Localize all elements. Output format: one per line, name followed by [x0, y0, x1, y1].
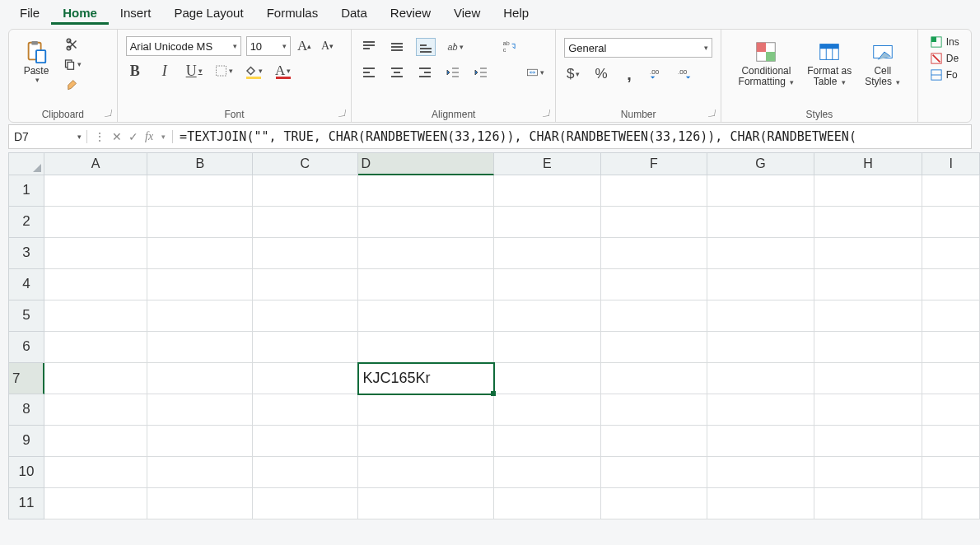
menu-page-layout[interactable]: Page Layout: [162, 2, 254, 25]
format-painter-button[interactable]: [63, 76, 82, 92]
cell-I2[interactable]: [922, 207, 980, 238]
cell-B10[interactable]: [147, 457, 253, 488]
cell-I11[interactable]: [922, 488, 980, 519]
cell-B1[interactable]: [147, 175, 253, 207]
italic-button[interactable]: I: [156, 63, 174, 79]
cell-D10[interactable]: [358, 457, 494, 488]
cell-D1[interactable]: [358, 175, 494, 207]
cell-B11[interactable]: [147, 488, 253, 519]
cell-D8[interactable]: [358, 394, 494, 426]
cell-styles-button[interactable]: CellStyles ▾: [860, 36, 905, 91]
delete-button-partial[interactable]: De: [930, 53, 963, 64]
cancel-icon[interactable]: ✕: [112, 130, 122, 143]
menu-file[interactable]: File: [8, 2, 51, 25]
cell-A2[interactable]: [44, 207, 148, 238]
font-name-select[interactable]: Arial Unicode MS▾: [126, 36, 241, 56]
underline-button[interactable]: U▾: [185, 63, 203, 79]
align-center-button[interactable]: [388, 64, 406, 81]
decrease-indent-button[interactable]: [444, 64, 462, 81]
cell-H5[interactable]: [814, 300, 923, 332]
cell-C6[interactable]: [253, 332, 358, 363]
cell-E4[interactable]: [494, 269, 601, 300]
cell-B2[interactable]: [147, 207, 253, 238]
cell-A7[interactable]: [44, 363, 148, 394]
row-header-3[interactable]: 3: [8, 238, 44, 269]
align-left-button[interactable]: [360, 64, 378, 81]
cell-B7[interactable]: [147, 363, 253, 394]
cell-F6[interactable]: [601, 332, 708, 363]
cell-I7[interactable]: [922, 363, 980, 394]
cell-F7[interactable]: [601, 363, 708, 394]
cell-G2[interactable]: [707, 207, 814, 238]
cell-A5[interactable]: [44, 300, 148, 332]
cell-E9[interactable]: [494, 426, 601, 457]
cell-B5[interactable]: [147, 300, 253, 332]
cell-H1[interactable]: [814, 175, 923, 207]
cell-A3[interactable]: [44, 238, 148, 269]
cell-G3[interactable]: [707, 238, 814, 269]
cell-G5[interactable]: [707, 300, 814, 332]
cell-F2[interactable]: [601, 207, 708, 238]
row-header-7[interactable]: 7: [8, 363, 44, 394]
fx-icon[interactable]: fx: [145, 130, 153, 143]
comma-button[interactable]: ,: [620, 66, 638, 82]
cell-G10[interactable]: [707, 457, 814, 488]
row-header-4[interactable]: 4: [8, 269, 44, 300]
cell-B8[interactable]: [147, 394, 253, 426]
col-header-D[interactable]: D: [358, 152, 494, 175]
cell-E5[interactable]: [494, 300, 601, 332]
dialog-launcher-icon[interactable]: [708, 109, 716, 117]
menu-data[interactable]: Data: [329, 2, 379, 25]
row-header-11[interactable]: 11: [8, 488, 44, 519]
cell-H2[interactable]: [814, 207, 923, 238]
col-header-F[interactable]: F: [601, 152, 708, 175]
cell-H11[interactable]: [814, 488, 923, 519]
cell-G7[interactable]: [707, 363, 814, 394]
font-color-button[interactable]: A▾: [274, 63, 292, 79]
cell-H3[interactable]: [814, 238, 923, 269]
format-button-partial[interactable]: Fo: [930, 69, 963, 81]
cell-H6[interactable]: [814, 332, 923, 363]
cell-G11[interactable]: [707, 488, 814, 519]
row-header-1[interactable]: 1: [8, 175, 44, 207]
cell-F3[interactable]: [601, 238, 708, 269]
col-header-H[interactable]: H: [814, 152, 923, 175]
decrease-decimal-button[interactable]: .00: [676, 66, 694, 82]
col-header-B[interactable]: B: [147, 152, 253, 175]
menu-formulas[interactable]: Formulas: [255, 2, 330, 25]
fill-color-button[interactable]: ▾: [245, 63, 263, 79]
format-as-table-button[interactable]: Format asTable ▾: [802, 36, 856, 91]
cell-C5[interactable]: [253, 300, 358, 332]
row-header-9[interactable]: 9: [8, 426, 44, 457]
increase-decimal-button[interactable]: .00: [648, 66, 666, 82]
cell-A4[interactable]: [44, 269, 148, 300]
cell-C8[interactable]: [253, 394, 358, 426]
cell-D5[interactable]: [358, 300, 494, 332]
cell-F10[interactable]: [601, 457, 708, 488]
insert-button-partial[interactable]: Ins: [930, 36, 963, 48]
cell-G6[interactable]: [707, 332, 814, 363]
align-middle-button[interactable]: [388, 39, 406, 55]
cell-F1[interactable]: [601, 175, 708, 207]
cell-F5[interactable]: [601, 300, 708, 332]
cell-C9[interactable]: [253, 426, 358, 457]
borders-button[interactable]: ▾: [215, 63, 233, 79]
menu-help[interactable]: Help: [492, 2, 540, 25]
menu-home[interactable]: Home: [51, 2, 109, 25]
merge-center-button[interactable]: ▾: [526, 64, 544, 81]
cell-G9[interactable]: [707, 426, 814, 457]
cell-G1[interactable]: [707, 175, 814, 207]
number-format-select[interactable]: General▾: [564, 38, 712, 58]
dialog-launcher-icon[interactable]: [543, 109, 550, 117]
dialog-launcher-icon[interactable]: [105, 109, 112, 117]
cell-G8[interactable]: [707, 394, 814, 426]
currency-button[interactable]: $▾: [564, 66, 582, 82]
cell-E6[interactable]: [494, 332, 601, 363]
cell-C11[interactable]: [253, 488, 358, 519]
align-top-button[interactable]: [360, 39, 378, 55]
conditional-formatting-button[interactable]: ConditionalFormatting ▾: [734, 36, 800, 91]
cell-B3[interactable]: [147, 238, 253, 269]
more-icon[interactable]: ⋮: [94, 130, 105, 143]
orientation-button[interactable]: ab▾: [446, 39, 464, 55]
bold-button[interactable]: B: [126, 63, 144, 79]
